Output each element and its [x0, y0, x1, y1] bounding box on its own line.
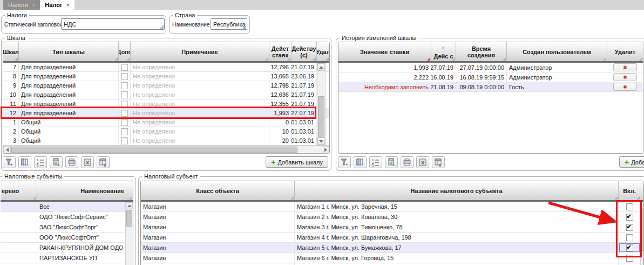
column-header-shkala-num[interactable]: Шкал: [3, 42, 19, 61]
include-checkbox[interactable]: [626, 244, 633, 251]
table-row[interactable]: 7 Для подразделений Не определено 12,796…: [3, 63, 329, 72]
delete-button[interactable]: ✖: [613, 83, 637, 91]
table-row[interactable]: Магазин Магазин 6 г. Минск, ул. Горовца,…: [141, 253, 643, 263]
filter-add-icon[interactable]: +: [338, 156, 351, 168]
column-header-object-class[interactable]: Класс объекта: [141, 181, 295, 200]
table-row[interactable]: 1,993 27.07.19 27.07.19 0:00:00 Админист…: [338, 63, 643, 72]
history-header-row: Значение ставки ▲ Дейс с Время создания …: [338, 42, 643, 63]
delete-x-icon: ✖: [623, 84, 627, 90]
close-icon[interactable]: ×: [66, 2, 70, 8]
scroll-thumb[interactable]: [318, 96, 324, 137]
filter-add-icon[interactable]: +: [3, 156, 16, 168]
checkbox[interactable]: [121, 128, 128, 135]
table-row-selected[interactable]: Необходимо заполнить 21.08.19 09.08.19 0…: [338, 82, 643, 92]
vertical-scrollbar[interactable]: [125, 202, 133, 265]
column-header-extra[interactable]: Допо: [119, 42, 131, 61]
table-row[interactable]: 11 Для подразделений Не определено 12,35…: [3, 100, 329, 109]
column-header-included[interactable]: Вкл.: [619, 181, 640, 200]
scroll-up-button[interactable]: [317, 63, 325, 71]
table-row[interactable]: Магазин Магазин 1 г. Минск, ул. Заречная…: [141, 202, 643, 212]
column-header-created-time[interactable]: Время создания: [456, 42, 507, 61]
country-name-input[interactable]: Республика Белар: [211, 18, 247, 30]
include-checkbox[interactable]: [626, 255, 633, 262]
horizontal-scrollbar[interactable]: [3, 145, 329, 154]
table-row-selected[interactable]: Все: [1, 202, 133, 212]
tab-nalog[interactable]: Налог ×: [40, 0, 74, 10]
table-row-selected[interactable]: 12 Для подразделений Не определено 1,993…: [3, 109, 329, 118]
row-numbering-icon[interactable]: 123: [369, 156, 382, 168]
checkbox[interactable]: [121, 82, 128, 89]
table-row[interactable]: 1 Общий Не определено 0 01.03.01: [3, 118, 329, 127]
checkbox[interactable]: [121, 91, 128, 98]
checkbox[interactable]: [121, 101, 128, 108]
svg-text:X: X: [86, 160, 89, 165]
add-shkala-button[interactable]: + Добавить шкалу: [266, 156, 328, 168]
include-checkbox[interactable]: [626, 224, 633, 231]
column-settings-icon[interactable]: [18, 156, 31, 168]
checkbox[interactable]: [121, 119, 128, 126]
table-row[interactable]: ПАРТИЗАНСКОЕ УП: [1, 253, 133, 263]
row-numbering-icon[interactable]: 123: [34, 156, 47, 168]
column-header-date[interactable]: Действу (с): [292, 42, 317, 61]
table-row[interactable]: РАКАН-КРУПЯНОЙ ДОМ ОДО: [1, 243, 133, 253]
vertical-scrollbar[interactable]: [317, 63, 326, 145]
add-history-button[interactable]: + Добавить: [619, 156, 644, 168]
scroll-up-button[interactable]: [126, 202, 133, 209]
column-header-delete[interactable]: Удалит: [607, 42, 643, 61]
scroll-down-button[interactable]: [317, 137, 325, 145]
app-window: { "tabs": { "items": [ {"label": "Налоги…: [0, 0, 644, 265]
column-header-delete[interactable]: Удал: [317, 42, 329, 61]
column-header-created-by[interactable]: Создан пользователем: [507, 42, 607, 61]
scroll-thumb[interactable]: [126, 210, 132, 227]
excel-export-icon[interactable]: X: [416, 156, 429, 168]
table-row[interactable]: 9 Для подразделений Не определено 12,798…: [3, 81, 329, 90]
column-header-name[interactable]: Наименование: [37, 181, 133, 200]
column-header-rate[interactable]: Дейст ставк: [269, 42, 292, 61]
delete-button[interactable]: ✖: [613, 63, 637, 71]
printer-icon[interactable]: [401, 156, 413, 168]
close-icon[interactable]: ×: [32, 2, 35, 8]
svg-text:X: X: [421, 160, 424, 165]
table-row[interactable]: Магазин Магазин 3 г. Минск, ул. Тимошенк…: [141, 222, 643, 233]
checkbox[interactable]: [121, 110, 128, 117]
table-row[interactable]: 2,222 16.08.19 16.08.19 9:59:15 Админист…: [338, 72, 643, 82]
svg-text:x: x: [439, 163, 442, 167]
calculator-add-icon[interactable]: +: [385, 156, 398, 168]
printer-icon[interactable]: [65, 156, 78, 168]
include-checkbox[interactable]: [626, 203, 633, 210]
table-row[interactable]: ОДО "ЛюксСофтСервис": [1, 212, 133, 222]
scroll-left-button[interactable]: [3, 146, 11, 154]
checkbox[interactable]: [121, 64, 128, 71]
table-row[interactable]: ООО "ЛюксСофтОпт": [1, 233, 133, 243]
table-row[interactable]: 8 Для подразделений Не определено 13,065…: [3, 72, 329, 81]
column-header-rate-value[interactable]: Значение ставки: [338, 42, 431, 61]
column-header-effective-since[interactable]: ▲ Дейс с: [431, 42, 456, 61]
table-row[interactable]: Магазин Магазин 4 г. Минск, ул. Шарангов…: [141, 233, 643, 243]
calculator-add-icon[interactable]: +: [50, 156, 63, 168]
table-row[interactable]: 3 Общий Не определено 20 01.03.01: [3, 136, 329, 145]
table-row[interactable]: ЗАО "ЛюксСофтТорг": [1, 222, 133, 233]
include-checkbox[interactable]: [626, 234, 633, 241]
tab-nalogi[interactable]: Налоги ×: [3, 0, 40, 10]
table-row[interactable]: 10 Для подразделений Не определено 12,63…: [3, 90, 329, 100]
vertical-scrollbar[interactable]: [640, 202, 644, 265]
column-settings-icon[interactable]: [354, 156, 367, 168]
delete-button[interactable]: ✖: [613, 73, 637, 81]
checkbox[interactable]: [121, 137, 128, 144]
scroll-right-button[interactable]: [322, 146, 329, 154]
column-header-subject-name[interactable]: Название налогового субъекта: [295, 181, 619, 200]
checkbox[interactable]: [121, 73, 128, 80]
table-row-selected[interactable]: Магазин Магазин 5 г. Минск, ул. Бумажков…: [141, 243, 643, 253]
column-delete-icon[interactable]: x: [97, 156, 110, 168]
include-checkbox[interactable]: [626, 214, 633, 221]
static-title-input[interactable]: НДС: [61, 18, 165, 30]
scroll-thumb[interactable]: [11, 147, 297, 153]
column-header-tree[interactable]: ерево: [1, 181, 37, 200]
column-header-note[interactable]: Примечание: [131, 42, 269, 61]
column-header-type[interactable]: Тип шкалы: [19, 42, 119, 61]
table-row[interactable]: Магазин Магазин 2 г. Минск, ул. Ковалева…: [141, 212, 643, 222]
table-row[interactable]: 2 Общий Не определено 10 01.03.01: [3, 127, 329, 136]
scroll-thumb[interactable]: [641, 208, 644, 251]
excel-export-icon[interactable]: X: [81, 156, 94, 168]
column-delete-icon[interactable]: x: [432, 156, 445, 168]
